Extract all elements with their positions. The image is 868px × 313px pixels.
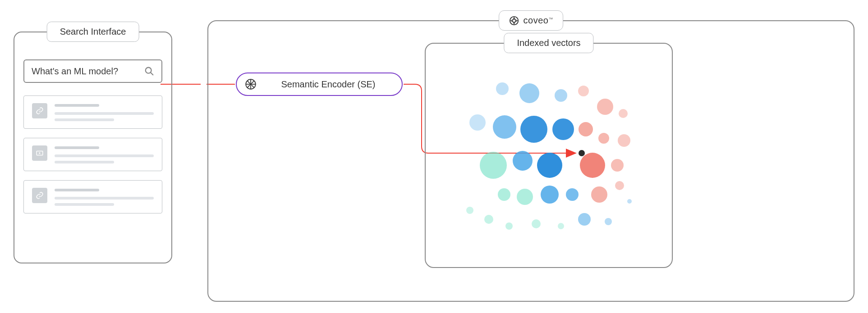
- svg-point-29: [555, 89, 567, 102]
- svg-point-44: [579, 122, 593, 136]
- svg-line-18: [247, 85, 250, 88]
- svg-point-26: [558, 223, 564, 229]
- platform-brand-label: coveo™: [499, 10, 564, 31]
- search-box[interactable]: What's an ML model?: [23, 59, 162, 83]
- semantic-encoder-node: Semantic Encoder (SE): [236, 73, 403, 96]
- svg-point-27: [496, 82, 509, 95]
- svg-point-37: [566, 188, 579, 201]
- svg-point-45: [598, 133, 609, 144]
- svg-point-32: [520, 116, 547, 143]
- svg-point-30: [469, 114, 486, 131]
- link-icon: [32, 188, 47, 203]
- svg-point-42: [597, 99, 613, 115]
- svg-point-47: [580, 153, 605, 178]
- encoder-icon: [245, 78, 257, 90]
- svg-point-46: [618, 134, 630, 147]
- svg-point-38: [578, 213, 591, 226]
- video-icon: [32, 145, 47, 161]
- svg-line-15: [247, 81, 250, 83]
- search-interface-title-text: Search Interface: [60, 27, 126, 36]
- svg-point-49: [591, 186, 607, 203]
- svg-point-33: [552, 118, 574, 140]
- search-interface-panel: Search Interface What's an ML model?: [14, 32, 172, 263]
- result-card: [23, 138, 162, 171]
- svg-point-41: [578, 86, 589, 96]
- svg-line-16: [252, 85, 254, 88]
- svg-point-36: [541, 186, 559, 204]
- search-interface-title: Search Interface: [47, 22, 139, 42]
- svg-point-24: [505, 222, 513, 230]
- result-card: [23, 180, 162, 213]
- svg-point-40: [627, 199, 632, 204]
- result-placeholder-lines: [55, 103, 154, 121]
- svg-line-5: [151, 73, 153, 75]
- svg-marker-7: [39, 152, 41, 154]
- svg-point-20: [498, 188, 510, 201]
- svg-point-43: [619, 109, 628, 118]
- result-card: [23, 95, 162, 129]
- link-icon: [32, 103, 47, 118]
- svg-point-31: [493, 115, 516, 139]
- svg-point-21: [517, 189, 533, 205]
- svg-point-28: [519, 83, 539, 103]
- trademark-symbol: ™: [548, 17, 553, 22]
- coveo-logo-icon: [509, 16, 519, 26]
- vector-cluster-visualization: [426, 44, 674, 269]
- svg-point-22: [466, 207, 473, 214]
- svg-line-17: [252, 81, 254, 83]
- svg-point-48: [611, 159, 624, 172]
- indexed-vectors-panel: Indexed vectors: [425, 43, 673, 268]
- platform-brand-text: coveo™: [524, 15, 553, 26]
- search-icon: [144, 66, 154, 76]
- svg-point-19: [480, 152, 507, 179]
- coveo-brand-name: coveo: [524, 15, 549, 25]
- svg-point-25: [532, 219, 541, 228]
- result-placeholder-lines: [55, 145, 154, 163]
- encoder-label-text: Semantic Encoder (SE): [265, 79, 392, 90]
- svg-point-35: [537, 153, 562, 178]
- svg-point-50: [615, 181, 624, 190]
- svg-point-39: [605, 218, 612, 225]
- result-placeholder-lines: [55, 188, 154, 206]
- svg-point-10: [250, 83, 252, 86]
- svg-point-23: [484, 215, 493, 224]
- svg-point-34: [513, 151, 533, 171]
- search-query-text: What's an ML model?: [32, 66, 144, 77]
